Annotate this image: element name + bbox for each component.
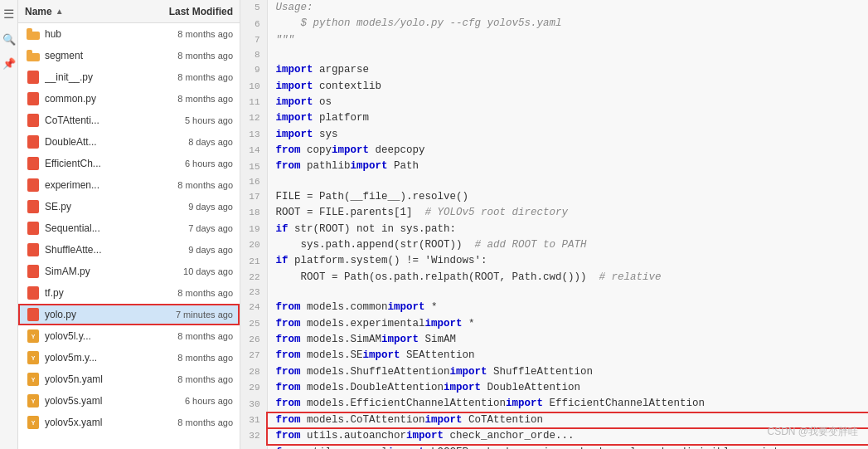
py-icon (25, 114, 41, 127)
file-item[interactable]: EfficientCh... 6 hours ago (18, 153, 240, 174)
file-item[interactable]: SE.py 9 days ago (18, 196, 240, 217)
file-item[interactable]: CoTAttenti... 5 hours ago (18, 110, 240, 131)
line-code: ROOT = FILE.parents[1] # YOLOv5 root dir… (267, 205, 868, 221)
line-code: """ (267, 32, 868, 48)
line-code (267, 286, 868, 300)
file-item[interactable]: tf.py 8 months ago (18, 282, 240, 304)
file-item[interactable]: Y yolov5n.yaml 8 months ago (18, 368, 240, 390)
yaml-icon: Y (25, 394, 41, 408)
line-number: 29 (240, 380, 267, 396)
file-name: DoubleAtt... (45, 136, 142, 148)
py-icon (25, 265, 41, 278)
line-code: import platform (267, 110, 868, 126)
line-number: 32 (240, 428, 267, 444)
line-code: if platform.system() != 'Windows': (267, 253, 868, 269)
line-number: 11 (240, 95, 267, 110)
code-panel: 5Usage:6 $ python models/yolo.py --cfg y… (240, 0, 868, 449)
line-code: $ python models/yolo.py --cfg yolov5s.ya… (267, 16, 868, 32)
file-item[interactable]: segment 8 months ago (18, 45, 240, 66)
line-number: 20 (240, 237, 267, 253)
file-name: tf.py (45, 287, 142, 299)
line-code: from pathlibimport Path (267, 159, 868, 174)
menu-icon[interactable]: ☰ (3, 7, 14, 22)
file-modified: 5 hours ago (142, 115, 233, 125)
file-modified: 8 months ago (142, 29, 233, 39)
file-item[interactable]: hub 8 months ago (18, 23, 240, 45)
py-icon (25, 92, 41, 105)
line-number: 10 (240, 79, 267, 95)
file-item[interactable]: Y yolov5s.yaml 6 hours ago (18, 390, 240, 412)
line-code (267, 48, 868, 62)
line-code: from models.DoubleAttentionimport Double… (267, 380, 868, 396)
file-item[interactable]: experimen... 8 months ago (18, 174, 240, 196)
line-number: 27 (240, 348, 267, 364)
file-name: hub (45, 28, 142, 40)
file-name: CoTAttenti... (45, 115, 142, 126)
line-code: from models.experimentalimport * (267, 316, 868, 332)
line-code: FILE = Path(__file__).resolve() (267, 189, 868, 205)
pin-icon[interactable]: 📌 (2, 57, 16, 70)
py-icon (25, 178, 41, 192)
line-number: 18 (240, 205, 267, 221)
line-code: ROOT = Path(os.path.relpath(ROOT, Path.c… (267, 270, 868, 286)
file-explorer: Name ▲ Last Modified hub 8 months ago se… (18, 0, 240, 449)
line-number: 21 (240, 253, 267, 269)
line-code: from models.commonimport * (267, 300, 868, 315)
search-icon[interactable]: 🔍 (2, 33, 16, 46)
file-item[interactable]: __init__.py 8 months ago (18, 66, 240, 88)
file-name: yolov5s.yaml (45, 395, 142, 407)
line-code: import argparse (267, 62, 868, 78)
line-code: from models.SEimport SEAttention (267, 348, 868, 364)
file-name: SE.py (45, 201, 142, 212)
file-name: __init__.py (45, 71, 142, 83)
code-editor[interactable]: 5Usage:6 $ python models/yolo.py --cfg y… (240, 0, 868, 449)
file-modified: 8 months ago (142, 72, 233, 82)
line-number: 16 (240, 175, 267, 189)
sort-arrow: ▲ (56, 7, 64, 16)
line-number: 26 (240, 332, 267, 348)
py-icon (25, 222, 41, 235)
line-number: 9 (240, 62, 267, 78)
file-item[interactable]: SimAM.py 10 days ago (18, 261, 240, 282)
file-modified: 7 minutes ago (142, 310, 233, 320)
file-modified: 8 months ago (142, 288, 233, 298)
file-item[interactable]: Y yolov5m.y... 8 months ago (18, 347, 240, 368)
line-number: 33 (240, 445, 267, 449)
file-modified: 8 months ago (142, 51, 233, 61)
col-modified-header: Last Modified (142, 6, 233, 17)
file-modified: 9 days ago (142, 245, 233, 255)
line-number: 22 (240, 270, 267, 286)
line-code: from copyimport deepcopy (267, 143, 868, 159)
file-item[interactable]: Y yolov5x.yaml 8 months ago (18, 412, 240, 433)
folder-icon (25, 28, 41, 40)
file-name: yolo.py (45, 309, 142, 320)
file-name: SimAM.py (45, 266, 142, 277)
py-icon (25, 243, 41, 256)
yaml-icon: Y (25, 351, 41, 364)
file-modified: 8 months ago (142, 180, 233, 190)
line-code: sys.path.append(str(ROOT)) # add ROOT to… (267, 237, 868, 253)
file-modified: 8 months ago (142, 374, 233, 384)
py-icon (25, 286, 41, 300)
file-name: EfficientCh... (45, 158, 142, 169)
file-name: yolov5x.yaml (45, 417, 142, 428)
file-modified: 6 hours ago (142, 396, 233, 406)
line-code: import os (267, 95, 868, 110)
line-number: 30 (240, 396, 267, 412)
line-number: 7 (240, 32, 267, 48)
yaml-icon: Y (25, 373, 41, 386)
line-number: 13 (240, 127, 267, 143)
file-modified: 8 months ago (142, 94, 233, 104)
file-modified: 6 hours ago (142, 159, 233, 168)
line-number: 5 (240, 0, 267, 16)
file-item[interactable]: DoubleAtt... 8 days ago (18, 131, 240, 153)
file-modified: 9 days ago (142, 202, 233, 212)
file-item[interactable]: Sequential... 7 days ago (18, 217, 240, 239)
file-item[interactable]: yolo.py 7 minutes ago (18, 304, 240, 325)
file-modified: 8 months ago (142, 331, 233, 341)
file-item[interactable]: common.py 8 months ago (18, 88, 240, 110)
file-item[interactable]: ShuffleAtte... 9 days ago (18, 239, 240, 261)
file-item[interactable]: Y yolov5l.y... 8 months ago (18, 325, 240, 347)
yaml-icon: Y (25, 416, 41, 429)
py-icon (25, 135, 41, 149)
